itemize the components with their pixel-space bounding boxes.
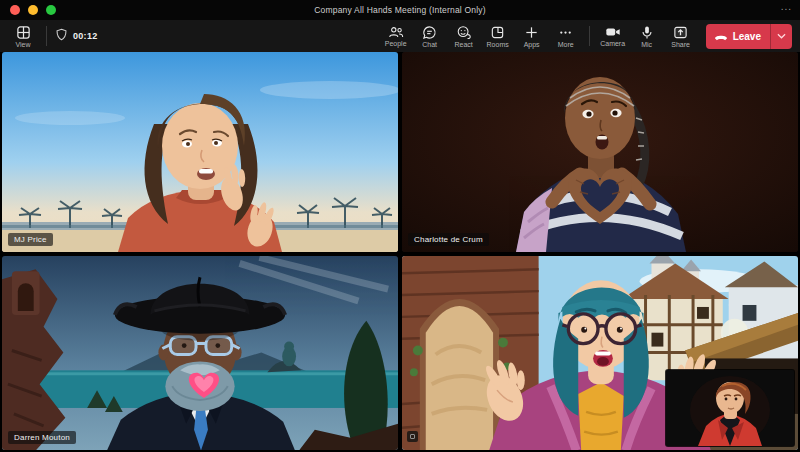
hang-up-icon: [714, 27, 728, 45]
leave-button[interactable]: Leave: [706, 24, 792, 49]
toolbar-divider: [589, 26, 590, 46]
window-title: Company All Hands Meeting (Internal Only…: [0, 5, 800, 15]
avatar-scene-fantasy-coast: [2, 256, 398, 450]
video-tile-darren-mouton[interactable]: Darren Mouton: [2, 256, 398, 450]
toolbar-device-group: Camera Mic Share: [598, 21, 696, 51]
video-tile-charlotte-de-crum[interactable]: Charlotte de Crum: [402, 52, 798, 252]
self-avatar-red-jacket: [666, 370, 794, 446]
participant-name-label: MJ Price: [8, 233, 53, 246]
share-screen-icon: [673, 25, 688, 40]
view-button[interactable]: View: [8, 21, 38, 51]
chat-label: Chat: [422, 41, 437, 48]
avatar-scene-dark-room: [402, 52, 798, 252]
meeting-timer: 00:12: [55, 27, 98, 45]
view-label: View: [15, 41, 30, 48]
people-button[interactable]: People: [381, 21, 411, 51]
shield-icon: [55, 27, 68, 45]
plus-icon: [524, 25, 539, 40]
video-tile-participant-4[interactable]: [402, 256, 798, 450]
window-overflow-icon[interactable]: ...: [781, 1, 792, 12]
apps-button[interactable]: Apps: [517, 21, 547, 51]
video-tile-mj-price[interactable]: MJ Price: [2, 52, 398, 252]
react-button[interactable]: React: [449, 21, 479, 51]
rooms-button[interactable]: Rooms: [483, 21, 513, 51]
video-grid: MJ Price: [0, 52, 800, 452]
chat-icon: [422, 25, 437, 40]
apps-label: Apps: [524, 41, 540, 48]
rooms-label: Rooms: [487, 41, 509, 48]
toolbar-divider: [46, 26, 47, 46]
share-button[interactable]: Share: [666, 21, 696, 51]
more-button[interactable]: More: [551, 21, 581, 51]
ellipsis-icon: [558, 25, 573, 40]
grid-view-icon: [16, 25, 31, 40]
participant-name-label: Charlotte de Crum: [408, 233, 489, 246]
leave-options-chevron[interactable]: [771, 24, 792, 49]
timer-value: 00:12: [73, 31, 98, 41]
people-label: People: [385, 40, 407, 47]
rooms-icon: [490, 25, 505, 40]
react-label: React: [454, 41, 472, 48]
camera-button[interactable]: Camera: [598, 21, 628, 51]
share-label: Share: [671, 41, 690, 48]
avatar-scene-beach: [2, 52, 398, 252]
self-view-pip[interactable]: [666, 370, 794, 446]
more-label: More: [558, 41, 574, 48]
camera-icon: [605, 25, 621, 39]
titlebar: Company All Hands Meeting (Internal Only…: [0, 0, 800, 20]
mic-icon: [640, 25, 654, 40]
meeting-window: Company All Hands Meeting (Internal Only…: [0, 0, 800, 452]
mic-button[interactable]: Mic: [632, 21, 662, 51]
react-emoji-icon: [456, 25, 472, 40]
meeting-toolbar: View 00:12 People: [0, 20, 800, 52]
participant-name-label: Darren Mouton: [8, 431, 76, 444]
participant-status-icon: [407, 431, 418, 442]
mic-label: Mic: [641, 41, 652, 48]
camera-label: Camera: [600, 40, 625, 47]
leave-label: Leave: [733, 31, 761, 42]
toolbar-center-group: People Chat: [381, 21, 581, 51]
chat-button[interactable]: Chat: [415, 21, 445, 51]
people-icon: [388, 25, 404, 39]
